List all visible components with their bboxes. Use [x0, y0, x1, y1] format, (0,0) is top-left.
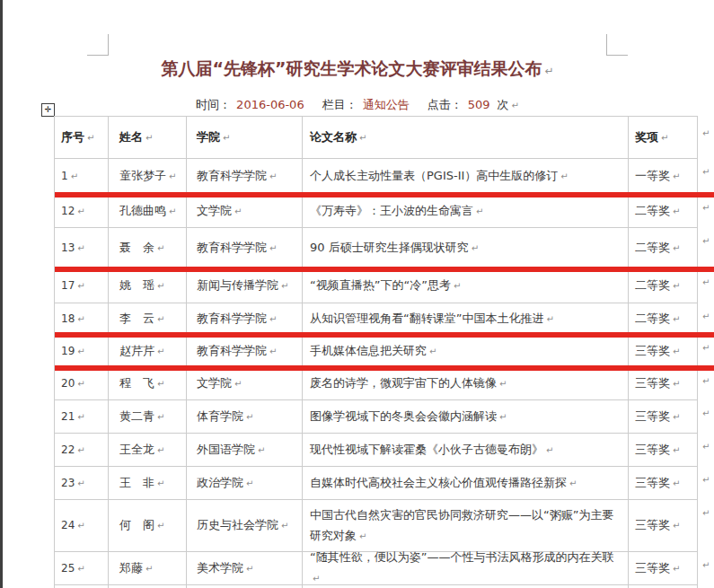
cell-title[interactable]: 90 后硕士研究生择偶现状研究↵: [303, 228, 629, 269]
cell-text: 黄二青↵: [119, 407, 164, 427]
page-left-edge: [0, 0, 3, 588]
cell-college[interactable]: 教育科学学院↵: [187, 303, 303, 335]
cell-title[interactable]: 中国古代自然灾害的官民协同救济研究——以“粥赈”为主要研究对象↵: [303, 500, 629, 552]
cell-end-mark-icon: ↵: [673, 412, 680, 422]
cell-award[interactable]: 三等奖↵: [629, 552, 698, 585]
cell-name[interactable]: 王 非↵: [109, 467, 187, 500]
cell-name[interactable]: 何 阁↵: [109, 500, 187, 552]
cell-end-mark-icon: ↵: [87, 133, 94, 143]
cell-title[interactable]: 自媒体时代高校社会主义核心价值观传播路径新探↵: [303, 467, 629, 500]
cell-no[interactable]: 1↵: [55, 159, 109, 195]
meta-category-label: 栏目：: [322, 98, 357, 111]
cell-text: 奖项↵: [635, 127, 668, 148]
annotation-underline[interactable]: [55, 365, 714, 371]
cell-no[interactable]: 12↵: [55, 195, 109, 228]
cell-college[interactable]: 历史与社会学院↵: [187, 500, 303, 552]
cell-text: 21↵: [61, 408, 85, 426]
cell-title[interactable]: 《万寿寺》：王小波的生命寓言↵: [303, 195, 629, 228]
cell-no[interactable]: 18↵: [55, 303, 109, 335]
cell-header-name[interactable]: 姓名↵: [109, 117, 187, 159]
cell-title[interactable]: “视频直播热”下的“冷”思考↵: [303, 269, 629, 303]
cell-college[interactable]: 教育科学学院↵: [187, 228, 303, 269]
cell-college[interactable]: 文学院↵: [187, 368, 303, 400]
cell-title[interactable]: 个人成长主动性量表（PGIS-II）高中生版的修订↵: [303, 159, 629, 195]
meta-category-value[interactable]: 通知公告: [363, 98, 410, 111]
cell-name[interactable]: 黄二青↵: [109, 400, 187, 434]
cell-title[interactable]: 手机媒体信息把关研究↵: [303, 335, 629, 368]
cell-text: 25↵: [61, 559, 85, 578]
cell-title[interactable]: “随其性欲，便以为姿”——个性与书法风格形成的内在关联↵: [303, 552, 629, 585]
cell-award[interactable]: 二等奖↵: [629, 303, 698, 335]
cell-end-mark-icon: ↵: [673, 564, 680, 574]
cell-text: 童张梦子↵: [119, 166, 176, 187]
cell-end-mark-icon: ↵: [454, 281, 461, 291]
annotation-underline[interactable]: [55, 332, 714, 338]
cell-award[interactable]: 三等奖↵: [629, 500, 698, 552]
cell-text: 李 云↵: [119, 309, 164, 329]
cell-no[interactable]: 23↵: [55, 467, 109, 500]
table-move-handle[interactable]: ✛: [41, 103, 55, 117]
cell-college[interactable]: 体育学院↵: [187, 400, 303, 434]
cell-award[interactable]: 二等奖↵: [629, 228, 698, 269]
cell-title[interactable]: 废名的诗学，微观宇宙下的人体镜像↵: [303, 368, 629, 400]
cell-no[interactable]: 22↵: [55, 434, 109, 467]
cell-name[interactable]: 聂 余↵: [109, 228, 187, 269]
cell-header-no[interactable]: 序号↵: [55, 117, 109, 159]
cell-name[interactable]: 姚 瑶↵: [109, 269, 187, 303]
cell-no[interactable]: 24↵: [55, 500, 109, 552]
cell-award[interactable]: 三等奖↵: [629, 434, 698, 467]
cell-end-mark-icon: ↵: [673, 243, 680, 253]
meta-time-value: 2016-06-06: [236, 98, 304, 111]
cell-name[interactable]: 孔德曲鸣↵: [109, 195, 187, 228]
cell-header-college[interactable]: 学院↵: [187, 117, 303, 159]
cell-name[interactable]: 程 飞↵: [109, 368, 187, 400]
table-row: 22↵王全龙↵外国语学院↵现代性视域下解读霍桑《小伙子古德曼布朗》↵三等奖↵↵: [55, 434, 698, 467]
cell-college[interactable]: 教育科学学院↵: [187, 335, 303, 368]
cell-name[interactable]: 郑藤↵: [109, 552, 187, 585]
cell-award[interactable]: 一等奖↵: [629, 159, 698, 195]
cell-end-mark-icon: ↵: [77, 347, 84, 356]
cell-text: 何 阁↵: [119, 515, 164, 536]
cell-college[interactable]: 教育科学学院↵: [187, 159, 303, 195]
cell-text: 三等奖↵: [635, 341, 680, 362]
cell-end-mark-icon: ↵: [546, 314, 553, 324]
cell-college[interactable]: 新闻与传播学院↵: [187, 269, 303, 303]
annotation-underline[interactable]: [55, 267, 714, 272]
cell-award[interactable]: 二等奖↵: [629, 269, 698, 303]
cell-title[interactable]: 现代性视域下解读霍桑《小伙子古德曼布朗》↵: [303, 434, 629, 467]
cell-college[interactable]: 外国语学院↵: [187, 434, 303, 467]
cell-award[interactable]: 二等奖↵: [629, 195, 698, 228]
cell-header-title[interactable]: 论文名称↵: [303, 117, 629, 159]
cell-text: 17↵: [61, 276, 85, 295]
cell-end-mark-icon: ↵: [157, 521, 164, 531]
cell-college[interactable]: 政治学院↵: [187, 467, 303, 500]
cell-text: 文学院↵: [197, 373, 242, 394]
cell-text: 13↵: [61, 239, 85, 258]
cell-college[interactable]: 美术学院↵: [187, 552, 303, 585]
cell-name[interactable]: 童张梦子↵: [109, 159, 187, 195]
cell-award[interactable]: 三等奖↵: [629, 335, 698, 368]
cell-text: 赵芹芹↵: [119, 341, 164, 362]
cell-award[interactable]: 三等奖↵: [629, 400, 698, 434]
cell-no[interactable]: 17↵: [55, 269, 109, 303]
cell-title[interactable]: 从知识管理视角看“翻转课堂”中国本土化推进↵: [303, 303, 629, 335]
cell-award[interactable]: 三等奖↵: [629, 467, 698, 500]
cell-end-mark-icon: ↵: [77, 206, 84, 216]
cell-header-award[interactable]: 奖项↵: [629, 117, 698, 159]
cell-no[interactable]: 13↵: [55, 228, 109, 269]
meta-clicks-label: 点击：: [428, 98, 463, 111]
cell-name[interactable]: 李 云↵: [109, 303, 187, 335]
cell-name[interactable]: 王全龙↵: [109, 434, 187, 467]
cell-text: 政治学院↵: [197, 473, 253, 494]
cell-end-mark-icon: ↵: [246, 478, 253, 488]
cell-no[interactable]: 21↵: [55, 400, 109, 434]
cell-college[interactable]: 文学院↵: [187, 195, 303, 228]
cell-no[interactable]: 20↵: [55, 368, 109, 400]
cell-name[interactable]: 赵芹芹↵: [109, 335, 187, 368]
cell-no[interactable]: 25↵: [55, 552, 109, 585]
cell-title[interactable]: 图像学视域下的冬奥会会徽内涵解读↵: [303, 400, 629, 434]
cell-end-mark-icon: ↵: [673, 478, 680, 488]
cell-no[interactable]: 19↵: [55, 335, 109, 368]
cell-award[interactable]: 三等奖↵: [629, 368, 698, 400]
annotation-underline[interactable]: [55, 192, 714, 197]
